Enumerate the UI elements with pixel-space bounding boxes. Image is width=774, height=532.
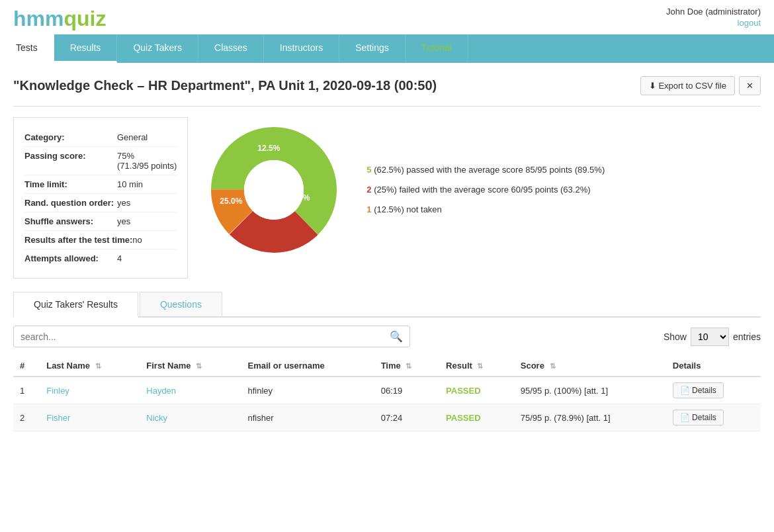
time-limit-label: Time limit: (24, 179, 117, 189)
page-title-row: "Knowledge Check – HR Department", PA Un… (13, 76, 761, 95)
legend-passed-text: (62.5%) passed with the average score 85… (374, 165, 605, 175)
divider (13, 106, 761, 107)
entries-label: entries (733, 332, 761, 342)
results-table: # Last Name ⇅ First Name ⇅ Email or user… (13, 355, 761, 431)
cell-result: PASSED (439, 404, 514, 431)
col-first-name[interactable]: First Name ⇅ (140, 355, 241, 377)
nav-item-classes[interactable]: Classes (198, 34, 264, 63)
sort-icon-time: ⇅ (406, 362, 411, 370)
cell-result: PASSED (439, 377, 514, 404)
nav-item-results[interactable]: Results (54, 34, 118, 63)
export-csv-button[interactable]: ⬇ Export to CSV file (640, 76, 735, 95)
nav-item-tutorial[interactable]: Tutorial (406, 34, 468, 63)
page-title: "Knowledge Check – HR Department", PA Un… (13, 78, 437, 93)
table-row: 1 Finley Hayden hfinley 06:19 PASSED 95/… (13, 377, 761, 404)
legend-failed: 2 (25%) failed with the average score 60… (366, 184, 605, 196)
cell-score: 95/95 p. (100%) [att. 1] (514, 377, 666, 404)
col-num: # (13, 355, 40, 377)
search-icon[interactable]: 🔍 (390, 330, 403, 343)
category-label: Category: (24, 132, 117, 142)
col-time[interactable]: Time ⇅ (374, 355, 439, 377)
sort-icon-result: ⇅ (477, 362, 483, 370)
col-last-name[interactable]: Last Name ⇅ (40, 355, 140, 377)
search-box: 🔍 (13, 326, 410, 347)
shuffle-label: Shuffle answers: (24, 216, 117, 226)
user-name: John Doe (administrator) (666, 7, 761, 17)
logo-hmm: hmm (13, 7, 64, 30)
cell-score: 75/95 p. (78.9%) [att. 1] (514, 404, 666, 431)
cell-email: hfinley (241, 377, 374, 404)
col-result[interactable]: Result ⇅ (439, 355, 514, 377)
search-row: 🔍 Show 10 25 50 100 entries (13, 326, 761, 347)
entries-select[interactable]: 10 25 50 100 (691, 328, 729, 346)
cell-time: 07:24 (374, 404, 439, 431)
first-name-link[interactable]: Nicky (146, 413, 167, 423)
rand-order-label: Rand. question order: (24, 198, 117, 208)
details-button[interactable]: 📄 Details (673, 410, 724, 425)
search-input[interactable] (21, 332, 390, 342)
close-button[interactable]: ✕ (739, 76, 761, 95)
chart-area: 62.5% 25.0% 12.5% 5 (62.5%) passed with … (208, 117, 761, 263)
main-content: "Knowledge Check – HR Department", PA Un… (0, 63, 774, 445)
chart-label-passed: 62.5% (287, 193, 310, 202)
col-score[interactable]: Score ⇅ (514, 355, 666, 377)
donut-chart: 62.5% 25.0% 12.5% (208, 124, 340, 256)
cell-first-name: Hayden (140, 377, 241, 404)
result-badge: PASSED (446, 386, 481, 396)
cell-email: nfisher (241, 404, 374, 431)
info-row-time-limit: Time limit: 10 min (24, 175, 177, 194)
info-row-shuffle: Shuffle answers: yes (24, 212, 177, 231)
shuffle-value: yes (117, 216, 130, 226)
cell-last-name: Finley (40, 377, 140, 404)
rand-order-value: yes (117, 198, 130, 208)
info-box: Category: General Passing score: 75%(71.… (13, 117, 188, 279)
col-email: Email or username (241, 355, 374, 377)
legend-not-taken-count: 1 (366, 204, 371, 214)
time-limit-value: 10 min (117, 179, 143, 189)
passing-score-label: Passing score: (24, 151, 117, 171)
cell-num: 1 (13, 377, 40, 404)
tabs-row: Quiz Takers' Results Questions (13, 292, 761, 318)
tab-quiz-takers-results[interactable]: Quiz Takers' Results (13, 292, 138, 318)
chart-label-not-taken: 12.5% (257, 144, 280, 153)
logout-link[interactable]: logout (666, 18, 761, 28)
show-label: Show (664, 332, 687, 342)
cell-num: 2 (13, 404, 40, 431)
legend-failed-text: (25%) failed with the average score 60/9… (374, 185, 590, 195)
cell-time: 06:19 (374, 377, 439, 404)
attempts-value: 4 (117, 253, 122, 263)
result-badge: PASSED (446, 413, 481, 423)
info-row-attempts: Attempts allowed: 4 (24, 249, 177, 267)
category-value: General (117, 132, 148, 142)
cell-details: 📄 Details (666, 404, 761, 431)
chart-label-failed: 25.0% (220, 197, 242, 206)
legend-passed: 5 (62.5%) passed with the average score … (366, 164, 605, 176)
svg-point-3 (244, 160, 304, 220)
nav-item-settings[interactable]: Settings (339, 34, 406, 63)
title-actions: ⬇ Export to CSV file ✕ (640, 76, 761, 95)
passing-score-value: 75%(71.3/95 points) (117, 151, 177, 171)
legend-passed-count: 5 (366, 165, 371, 175)
legend-not-taken-text: (12.5%) not taken (374, 204, 442, 214)
cell-details: 📄 Details (666, 377, 761, 404)
info-row-passing-score: Passing score: 75%(71.3/95 points) (24, 147, 177, 175)
nav-item-quiz-takers[interactable]: Quiz Takers (117, 34, 198, 63)
results-after-value: no (132, 235, 142, 245)
nav-item-instructors[interactable]: Instructors (264, 34, 339, 63)
chart-legend: 5 (62.5%) passed with the average score … (366, 164, 605, 216)
info-row-category: Category: General (24, 128, 177, 147)
sort-icon-first-name: ⇅ (196, 362, 202, 370)
info-chart-section: Category: General Passing score: 75%(71.… (13, 117, 761, 279)
logo-quiz: quiz (64, 7, 106, 30)
cell-last-name: Fisher (40, 404, 140, 431)
user-area: John Doe (administrator) logout (666, 7, 761, 28)
last-name-link[interactable]: Fisher (46, 413, 70, 423)
sort-icon-score: ⇅ (550, 362, 556, 370)
details-button[interactable]: 📄 Details (673, 382, 724, 398)
info-row-results-after: Results after the test time: no (24, 231, 177, 249)
first-name-link[interactable]: Hayden (146, 386, 176, 396)
tab-questions[interactable]: Questions (140, 292, 222, 316)
nav-item-tests[interactable]: Tests (0, 34, 54, 63)
sort-icon-last-name: ⇅ (95, 362, 101, 370)
last-name-link[interactable]: Finley (46, 386, 69, 396)
